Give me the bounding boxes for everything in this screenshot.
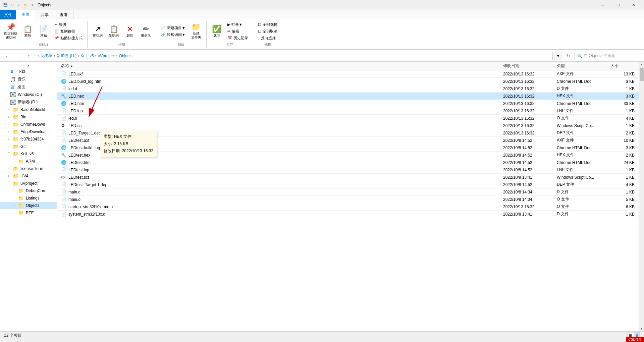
undo-icon[interactable]: ↩ <box>9 2 15 8</box>
sidebar-item-uvproject[interactable]: › 📁 uVproject <box>0 180 57 187</box>
expand-icon: › <box>12 196 16 200</box>
ribbon-group-new: 📄 新建项目▼ 🔗 轻松访问▼ 📁 新建文件夹 新建 <box>156 21 207 48</box>
file-row-led-axf[interactable]: 📄 LED.axf 2022/10/13 16:32 AXF 文件 13 KB <box>57 70 639 78</box>
new-folder-icon: 📁 <box>192 23 201 31</box>
header-date[interactable]: 修改日期 <box>502 63 555 69</box>
refresh-button[interactable]: ↻ <box>564 51 573 61</box>
back-button[interactable]: ← <box>3 51 12 61</box>
sidebar-item-rte[interactable]: › 📁 RTE <box>0 209 57 217</box>
bin-folder-icon: 📁 <box>13 114 18 120</box>
file-row-ledtest-target-dep[interactable]: 📄 LEDtest_Target 1.dep 2022/10/8 14:52 D… <box>57 181 639 188</box>
header-size[interactable]: 大小 <box>609 63 636 69</box>
cut-button[interactable]: ✂ 剪切 <box>52 21 85 28</box>
sidebar-item-desktop[interactable]: 🖥 桌面 <box>0 83 57 91</box>
scroll-track[interactable] <box>639 67 644 326</box>
scroll-down-button[interactable]: ▼ <box>639 326 644 331</box>
file-row-main-d[interactable]: 📄 main.d 2022/10/8 14:34 D 文件 1 KB <box>57 188 639 196</box>
tab-file[interactable]: 文件 <box>0 10 16 19</box>
copy-to-button[interactable]: 📋 复制到 <box>106 25 121 38</box>
file-row-ledtest-lnp[interactable]: 📄 LEDtest.lnp 2022/10/8 14:52 LNP 文件 1 K… <box>57 166 639 174</box>
rename-button[interactable]: ✏ 重命名 <box>139 25 153 38</box>
file-row-led-lnp[interactable]: 📄 LED.lnp 2022/10/13 16:32 LNP 文件 1 KB <box>57 107 639 115</box>
path-d-drive[interactable]: 新加卷 (D:) <box>57 53 76 59</box>
sidebar-item-listings[interactable]: › 📁 Listings <box>0 194 57 202</box>
drive-d-icon: 💽 <box>10 100 16 105</box>
easy-access-button[interactable]: 🔗 轻松访问▼ <box>159 32 187 38</box>
tab-view[interactable]: 查看 <box>54 10 73 19</box>
search-box[interactable]: 🔍 在 Objects 中搜索 <box>574 52 641 60</box>
file-row-led-o[interactable]: 📄 led.o 2022/10/13 16:32 O 文件 4 KB <box>57 115 639 122</box>
path-this-pc[interactable]: 此电脑 <box>41 53 53 59</box>
path-uvproject[interactable]: uVproject <box>98 54 115 58</box>
deselect-all-button[interactable]: ☐ 全部取消 <box>256 28 279 35</box>
sidebar-item-bin[interactable]: › 📁 Bin <box>0 113 57 121</box>
minimize-button[interactable]: ─ <box>595 0 610 10</box>
scroll-thumb[interactable] <box>640 68 644 81</box>
sidebar-item-d-drive[interactable]: › 💽 新加卷 (D:) <box>0 98 57 106</box>
invert-icon: ↕ <box>258 36 260 40</box>
save-icon[interactable]: 💾 <box>3 2 8 8</box>
delete-button[interactable]: ✕ 删除 <box>122 25 137 38</box>
address-dropdown[interactable]: ▾ <box>554 52 562 60</box>
sidebar-item-windows-c[interactable]: › 💽 Windows (C:) <box>0 91 57 98</box>
sidebar-item-arm[interactable]: › 📁 ARM <box>0 158 57 165</box>
sidebar-item-keil[interactable]: › 📁 Keil_v5 <box>0 150 57 158</box>
sidebar-item-music[interactable]: 🎵 音乐 <box>0 75 57 83</box>
file-row-main-o[interactable]: 📄 main.o 2022/10/8 14:34 O 文件 5 KB <box>57 196 639 203</box>
path-objects[interactable]: Objects <box>119 54 132 58</box>
sidebar-item-fc37[interactable]: › 📁 fc37b284334 <box>0 135 57 143</box>
sidebar-item-debugcon[interactable]: › 📁 DebugCon <box>0 187 57 194</box>
forward-button[interactable]: → <box>13 51 23 61</box>
new-item-button[interactable]: 📄 新建项目▼ <box>159 25 187 31</box>
path-keil-v5[interactable]: Keil_v5 <box>80 54 94 58</box>
file-row-system[interactable]: 📄 system_stm32f10x.d 2022/10/8 13:41 D 文… <box>57 211 639 218</box>
file-row-led-buildlog[interactable]: 🌐 LED.build_log.htm 2022/10/13 16:32 Chr… <box>57 78 639 85</box>
paste-shortcut-button[interactable]: 📌 粘贴快捷方式 <box>52 35 85 41</box>
sidebar-item-license[interactable]: › 📁 license_term <box>0 165 57 172</box>
file-row-ledtest-sct[interactable]: ⚙ LEDtest.sct 2022/10/8 13:41 Windows Sc… <box>57 174 639 181</box>
close-button[interactable]: ✕ <box>626 0 641 10</box>
invert-selection-button[interactable]: ↕ 反向选择 <box>256 35 279 41</box>
copy-path-button[interactable]: 📋 复制路径 <box>52 28 85 35</box>
sidebar-item-chrome[interactable]: › 📁 ChromeDown <box>0 121 57 128</box>
copy-button[interactable]: 📋 复制 <box>20 25 35 38</box>
address-path[interactable]: › 此电脑 › 新加卷 (D:) › Keil_v5 › uVproject ›… <box>35 52 553 60</box>
pin-button[interactable]: 📌 固定到快速访问 <box>3 23 19 40</box>
baidu-folder-icon: 📁 <box>13 107 18 112</box>
open-button[interactable]: ▶ 打开▼ <box>225 21 250 28</box>
header-type[interactable]: 类型 <box>555 63 609 69</box>
expand-icon: › <box>7 174 11 178</box>
header-name[interactable]: 名称 ▲ <box>60 63 502 69</box>
file-row-startup[interactable]: 📄 startup_stm32f10x_md.o 2022/10/13 16:3… <box>57 203 639 211</box>
tab-home[interactable]: 主页 <box>16 10 35 19</box>
up-button[interactable]: ↑ <box>24 51 34 61</box>
filelist-header: 名称 ▲ 修改日期 类型 大小 <box>57 62 639 70</box>
restore-button[interactable]: □ <box>610 0 626 10</box>
sidebar-item-baidu[interactable]: › 📁 BaiduNetdiskl <box>0 106 57 113</box>
dropdown-icon[interactable]: ▾ <box>30 2 35 8</box>
sidebar-item-objects[interactable]: › 📁 Objects <box>0 202 57 209</box>
file-row-led-sct[interactable]: ⚙ LED.sct 2022/10/13 16:32 Windows Scrip… <box>57 122 639 129</box>
file-row-led-d[interactable]: 📄 led.d 2022/10/13 16:32 D 文件 1 KB <box>57 85 639 93</box>
edit-button[interactable]: ✏ 编辑 <box>225 28 250 35</box>
sidebar-item-git[interactable]: › 📁 Git <box>0 143 57 150</box>
file-row-led-htm[interactable]: 🌐 LED.htm 2022/10/13 16:32 Chrome HTML D… <box>57 100 639 107</box>
sidebar-item-download[interactable]: ⬇ 下载 <box>0 68 57 75</box>
move-to-button[interactable]: ↗ 移动到 <box>90 25 105 38</box>
paste-button[interactable]: 📄 粘贴 <box>36 25 51 38</box>
hex-icon: 🔧 <box>61 94 66 99</box>
new-folder-button[interactable]: 📁 新建文件夹 <box>189 23 204 40</box>
select-all-button[interactable]: ☐ 全部选择 <box>256 21 279 28</box>
file-row-ledtest-htm[interactable]: 🌐 LEDtest.htm 2022/10/8 14:52 Chrome HTM… <box>57 159 639 166</box>
folder-icon[interactable]: 📁 <box>23 2 28 8</box>
vertical-scrollbar[interactable]: ▲ ▼ <box>639 62 644 331</box>
properties-button[interactable]: ✅ 属性 <box>209 25 224 38</box>
sidebar-item-edge[interactable]: › 📁 EdgeDownloa <box>0 128 57 135</box>
tab-share[interactable]: 共享 <box>35 10 54 19</box>
history-button[interactable]: 📅 历史记录 <box>225 35 250 41</box>
check-icon[interactable]: ✓ <box>16 2 21 8</box>
sidebar-item-uv4[interactable]: › 📁 UV4 <box>0 172 57 180</box>
main-area: ▲ ⬇ 下载 🎵 音乐 🖥 桌面 › 💽 Windows (C:) › 💽 新加… <box>0 62 644 331</box>
file-row-led-hex[interactable]: 🔧 LED.hex 2022/10/13 16:32 HEX 文件 3 KB <box>57 93 639 100</box>
scroll-up-button[interactable]: ▲ <box>639 62 644 67</box>
